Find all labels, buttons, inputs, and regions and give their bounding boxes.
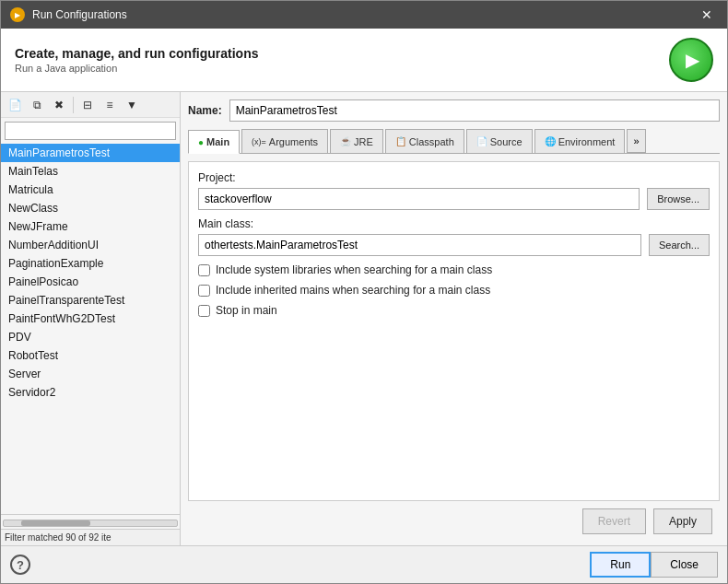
environment-tab-label: Environment: [558, 136, 616, 147]
classpath-tab-label: Classpath: [409, 136, 454, 147]
main-tab-icon: ●: [198, 137, 204, 147]
right-panel: Name: ● Main (x)= Arguments ☕ JRE 📋: [181, 92, 727, 545]
delete-config-button[interactable]: ✖: [49, 95, 69, 115]
project-row: Project: Browse...: [198, 171, 710, 210]
header-section: Create, manage, and run configurations R…: [1, 29, 727, 92]
more-tabs-button[interactable]: »: [627, 129, 645, 153]
search-box: [5, 122, 176, 140]
header-subtitle: Run a Java application: [15, 63, 259, 74]
main-class-label: Main class:: [198, 217, 710, 230]
list-item[interactable]: NewClass: [1, 199, 180, 217]
list-item[interactable]: PainelPosicao: [1, 273, 180, 291]
source-tab-icon: 📄: [476, 136, 487, 146]
scrollbar-track[interactable]: [1, 518, 180, 529]
arguments-tab-label: Arguments: [269, 136, 318, 147]
list-item[interactable]: PainelTransparenteTest: [1, 291, 180, 310]
main-class-input[interactable]: [198, 234, 641, 256]
include-system-libs-label: Include system libraries when searching …: [216, 263, 492, 276]
new-config-button[interactable]: 📄: [5, 95, 25, 115]
stop-in-main-label: Stop in main: [216, 304, 277, 317]
bottom-actions: Revert Apply: [188, 501, 720, 538]
include-inherited-mains-checkbox[interactable]: [198, 285, 210, 297]
stop-in-main-checkbox-row[interactable]: Stop in main: [198, 304, 710, 317]
header-text: Create, manage, and run configurations R…: [15, 46, 259, 74]
title-bar-left: Run Configurations: [10, 7, 127, 22]
list-item[interactable]: NewJFrame: [1, 217, 180, 236]
help-button[interactable]: ?: [10, 555, 30, 575]
tab-jre[interactable]: ☕ JRE: [330, 129, 383, 153]
name-row: Name:: [188, 99, 720, 122]
environment-tab-icon: 🌐: [545, 136, 556, 146]
list-item[interactable]: MainParametrosTest: [1, 144, 180, 162]
tab-source[interactable]: 📄 Source: [466, 129, 533, 153]
list-item[interactable]: MainTelas: [1, 162, 180, 181]
run-configurations-dialog: Run Configurations ✕ Create, manage, and…: [0, 0, 728, 584]
include-inherited-mains-label: Include inherited mains when searching f…: [216, 284, 490, 297]
collapse-button[interactable]: ⊟: [77, 95, 98, 115]
left-panel: 📄 ⧉ ✖ ⊟ ≡ ▼ MainParametrosTest MainTelas…: [1, 92, 181, 545]
scrollbar-inner: [3, 520, 178, 527]
tab-arguments[interactable]: (x)= Arguments: [241, 129, 328, 153]
footer-run-button[interactable]: Run: [590, 552, 651, 578]
list-item[interactable]: PaginationExample: [1, 254, 180, 273]
classpath-tab-icon: 📋: [395, 136, 406, 146]
include-inherited-mains-checkbox-row[interactable]: Include inherited mains when searching f…: [198, 284, 710, 297]
main-class-input-row: Search...: [198, 234, 710, 256]
main-class-search-button[interactable]: Search...: [649, 234, 710, 256]
filter-status: Filter matched 90 of 92 ite: [1, 529, 180, 545]
tab-classpath[interactable]: 📋 Classpath: [385, 129, 464, 153]
title-bar: Run Configurations ✕: [1, 1, 727, 29]
stop-in-main-checkbox[interactable]: [198, 305, 210, 317]
list-item[interactable]: Servidor2: [1, 383, 180, 402]
tab-main[interactable]: ● Main: [188, 130, 240, 154]
checkboxes-group: Include system libraries when searching …: [198, 263, 710, 317]
config-panel: Project: Browse... Main class: Search...: [188, 161, 720, 501]
expand-button[interactable]: ≡: [100, 95, 120, 115]
config-name-input[interactable]: [229, 99, 720, 122]
list-item[interactable]: PaintFontWhG2DTest: [1, 310, 180, 328]
source-tab-label: Source: [490, 136, 523, 147]
arguments-tab-icon: (x)=: [252, 137, 266, 146]
apply-button[interactable]: Apply: [653, 508, 712, 534]
config-list: MainParametrosTest MainTelas Matricula N…: [1, 144, 180, 514]
footer: ? Run Close: [1, 545, 727, 583]
left-toolbar: 📄 ⧉ ✖ ⊟ ≡ ▼: [1, 92, 180, 118]
dialog-icon: [10, 7, 25, 22]
list-item[interactable]: PDV: [1, 328, 180, 346]
list-item[interactable]: NumberAdditionUI: [1, 236, 180, 254]
list-item[interactable]: RobotTest: [1, 346, 180, 365]
tab-environment[interactable]: 🌐 Environment: [534, 129, 626, 153]
jre-tab-icon: ☕: [340, 136, 351, 146]
dialog-title: Run Configurations: [32, 8, 127, 21]
config-tabs: ● Main (x)= Arguments ☕ JRE 📋 Classpath …: [188, 129, 720, 154]
dialog-close-button[interactable]: ✕: [696, 6, 718, 24]
more-tabs-icon: »: [633, 135, 639, 146]
jre-tab-label: JRE: [354, 136, 373, 147]
dropdown-button[interactable]: ▼: [122, 95, 142, 115]
main-tab-label: Main: [206, 136, 229, 147]
content-area: 📄 ⧉ ✖ ⊟ ≡ ▼ MainParametrosTest MainTelas…: [1, 92, 727, 545]
list-item[interactable]: Matricula: [1, 181, 180, 199]
run-button[interactable]: [669, 38, 713, 82]
scrollbar-thumb: [21, 520, 90, 526]
header-title: Create, manage, and run configurations: [15, 46, 259, 61]
project-input[interactable]: [198, 188, 640, 210]
config-search-input[interactable]: [5, 122, 176, 140]
list-item[interactable]: Server: [1, 365, 180, 383]
horizontal-scrollbar[interactable]: [1, 514, 180, 529]
project-input-row: Browse...: [198, 188, 710, 210]
copy-config-button[interactable]: ⧉: [27, 95, 47, 115]
project-browse-button[interactable]: Browse...: [647, 188, 710, 210]
include-system-libs-checkbox-row[interactable]: Include system libraries when searching …: [198, 263, 710, 276]
project-label: Project:: [198, 171, 710, 184]
name-label: Name:: [188, 104, 222, 117]
toolbar-separator: [73, 97, 74, 113]
main-class-row: Main class: Search...: [198, 217, 710, 256]
include-system-libs-checkbox[interactable]: [198, 264, 210, 276]
footer-close-button[interactable]: Close: [651, 552, 718, 578]
revert-button[interactable]: Revert: [582, 508, 646, 534]
